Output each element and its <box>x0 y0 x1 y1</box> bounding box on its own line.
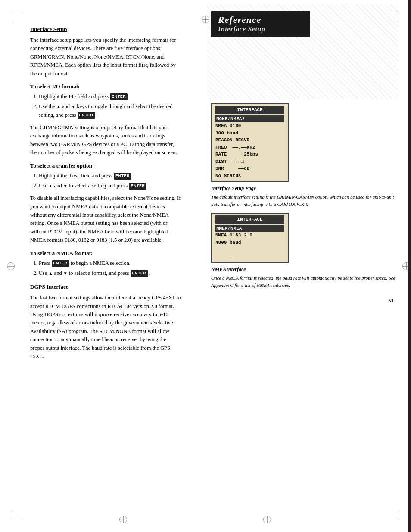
gps-screen-2: INTERFACE NMEA/NMEA NMEA 0183 2.0 4800 b… <box>211 213 289 263</box>
reference-title: Reference <box>218 14 303 25</box>
arrow-down-2 <box>63 183 68 189</box>
reference-banner-wrapper: Reference Interface Setup <box>211 11 398 37</box>
arrow-up-3 <box>49 270 53 276</box>
nmea-format-steps: Press ENTER to begin a NMEA selection. U… <box>39 259 181 278</box>
gps-row-1-2: 300 baud <box>215 130 284 137</box>
gps-row-2-0: NMEA/NMEA <box>215 225 284 232</box>
nmea-step-1: Press ENTER to begin a NMEA selection. <box>39 259 181 268</box>
left-column: Interface Setup The interface setup page… <box>0 0 198 532</box>
gps-row-1-3: BEACON RECVR <box>215 137 284 144</box>
interface-setup-heading: Interface Setup <box>30 26 181 33</box>
reference-banner-area: Reference Interface Setup <box>207 4 398 99</box>
reference-banner: Reference Interface Setup <box>211 11 310 37</box>
gps-screen-2-title: INTERFACE <box>215 215 284 224</box>
gps-row-2-2: 4800 baud <box>215 239 284 246</box>
gps-row-1-0: NONE/NMEA? <box>215 115 284 123</box>
page-number: 51 <box>207 297 398 304</box>
gps-row-2-1: NMEA 0183 2.0 <box>215 232 284 239</box>
arrow-up-1 <box>56 103 61 109</box>
dgps-body: The last two format settings allow the d… <box>30 294 181 361</box>
right-edge-bar <box>408 0 411 532</box>
transfer-step-1: Highlight the 'host' field and press ENT… <box>39 172 181 180</box>
gps-screen-1-title: INTERFACE <box>215 106 284 114</box>
dgps-interface-heading: DGPS Interface <box>30 283 181 290</box>
enter-btn-1: ENTER <box>110 93 128 100</box>
gps-highlight-1-0: NONE/NMEA? <box>215 115 284 123</box>
nmea-format-label: To select a NMEA format: <box>30 250 181 257</box>
transfer-option-label: To select a transfer option: <box>30 162 181 169</box>
enter-btn-2: ENTER <box>78 112 95 119</box>
arrow-up-2 <box>49 183 53 189</box>
grmn-desc: The GRMN/GRMN setting is a proprietary f… <box>30 124 181 157</box>
gps-highlight-2-0: NMEA/NMEA <box>215 225 284 232</box>
screen-2-caption-bold: NMEAInterface <box>211 266 398 273</box>
enter-btn-5: ENTER <box>52 260 69 267</box>
gps-row-1-6: DIST —.—□ <box>215 158 284 165</box>
screen-2-caption-body: Once a NMEA format is selected, the baud… <box>211 274 398 289</box>
io-step-2: Use the and keys to toggle through and s… <box>39 103 181 119</box>
section-title: Interface Setup <box>218 25 303 35</box>
io-step-1: Highlight the I/O field and press ENTER <box>39 93 181 101</box>
screen-1-caption-body: The default interface setting is the GAR… <box>211 193 398 208</box>
io-format-steps: Highlight the I/O field and press ENTER … <box>39 93 181 119</box>
nmea-step-2: Use and to select a format, and press EN… <box>39 269 181 277</box>
arrow-down-1 <box>71 103 75 109</box>
gps-screen-2-area: INTERFACE NMEA/NMEA NMEA 0183 2.0 4800 b… <box>211 213 398 289</box>
gps-screen-1-area: INTERFACE NONE/NMEA? NMEA 0180 300 baud … <box>211 103 398 208</box>
gps-screen-1: INTERFACE NONE/NMEA? NMEA 0180 300 baud … <box>211 103 289 182</box>
interface-setup-intro: The interface setup page lets you specif… <box>30 36 181 78</box>
enter-btn-4: ENTER <box>129 183 146 190</box>
arrow-down-3 <box>63 270 68 276</box>
enter-btn-3: ENTER <box>114 173 131 180</box>
page-container: Interface Setup The interface setup page… <box>0 0 411 532</box>
gps-row-2-3 <box>215 246 284 253</box>
gps-row-2-4: . <box>215 253 284 261</box>
transfer-step-2: Use and to select a setting and press EN… <box>39 182 181 190</box>
gps-row-1-5: RATE 25bps <box>215 151 284 158</box>
screen-1-caption-bold: Interface Setup Page <box>211 185 398 192</box>
enter-btn-6: ENTER <box>131 270 148 277</box>
gps-row-1-7: SNR ——dB <box>215 165 284 172</box>
none-nmea-desc: To disable all interfacing capabilities,… <box>30 194 181 244</box>
gps-row-1-1: NMEA 0180 <box>215 122 284 130</box>
io-format-label: To select I/O format: <box>30 83 181 90</box>
transfer-option-steps: Highlight the 'host' field and press ENT… <box>39 172 181 190</box>
right-column: Reference Interface Setup INTERFACE NONE… <box>198 0 411 532</box>
gps-row-1-4: FREQ ——.——KHz <box>215 144 284 151</box>
gps-row-1-8: No Status <box>215 172 284 180</box>
